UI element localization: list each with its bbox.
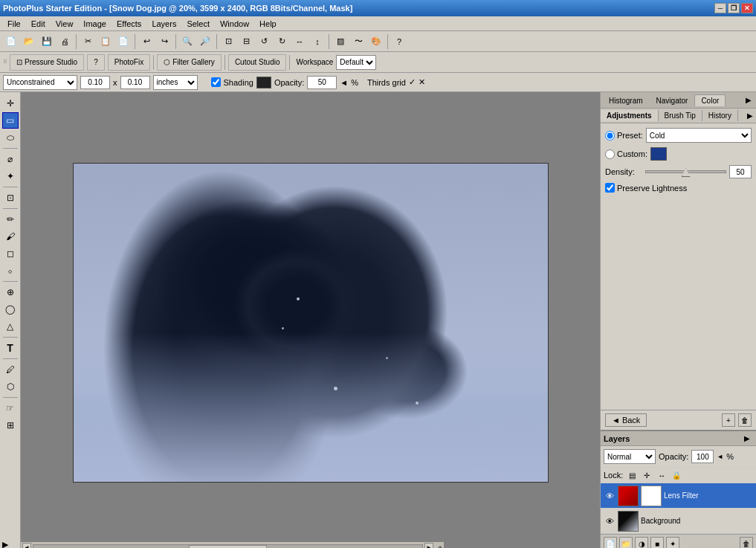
menu-view[interactable]: View <box>51 18 78 30</box>
add-mask-btn[interactable]: ◑ <box>635 537 648 548</box>
menu-image[interactable]: Image <box>79 18 111 30</box>
add-adjustment-layer-btn[interactable]: ■ <box>650 537 664 548</box>
new-layer-btn[interactable]: 📄 <box>604 537 617 548</box>
levels-btn[interactable]: ▨ <box>332 33 349 50</box>
x-value-input[interactable] <box>80 76 110 89</box>
tab-histogram[interactable]: Histogram <box>602 94 650 106</box>
curves-btn[interactable]: 〜 <box>350 33 366 50</box>
custom-color-swatch[interactable] <box>650 147 667 161</box>
preserve-lightness-label[interactable]: Preserve Lightness <box>605 183 687 193</box>
zoom-in-btn[interactable]: 🔍 <box>179 33 196 50</box>
workspace-select[interactable]: Default <box>336 55 376 70</box>
opacity-input[interactable] <box>307 76 337 89</box>
add-adjustment-btn[interactable]: + <box>722 413 735 427</box>
flip-v-btn[interactable]: ↕ <box>309 33 326 50</box>
tab-color[interactable]: Color <box>694 94 726 106</box>
crop-btn[interactable]: ⊡ <box>2 190 19 206</box>
deselect-btn[interactable]: ⊟ <box>238 33 254 50</box>
delete-layer-btn[interactable]: 🗑 <box>740 537 753 548</box>
flip-h-btn[interactable]: ↔ <box>291 33 308 50</box>
eraser-btn[interactable]: ◻ <box>2 245 19 262</box>
fill-btn[interactable]: ⬦ <box>2 262 19 279</box>
lock-position-btn[interactable]: ✛ <box>641 469 653 481</box>
subtab-history[interactable]: History <box>702 110 738 121</box>
new-file-btn[interactable]: 📄 <box>3 33 19 50</box>
restore-button[interactable]: ❐ <box>728 3 740 13</box>
lock-pixels-btn[interactable]: ▤ <box>626 469 638 481</box>
eyedropper-btn[interactable]: ✏ <box>2 211 19 228</box>
preserve-lightness-checkbox[interactable] <box>605 183 615 193</box>
move-tool-btn[interactable]: ✛ <box>2 95 19 112</box>
tab-navigator[interactable]: Navigator <box>650 94 695 106</box>
preset-select[interactable]: Cold Warm Sepia B&W <box>646 128 752 143</box>
layers-expand-btn[interactable]: ▶ <box>741 434 753 442</box>
scroll-right-btn[interactable]: ► <box>424 543 433 548</box>
layer-background[interactable]: 👁 Background <box>601 509 756 534</box>
pen-btn[interactable]: 🖊 <box>2 361 19 378</box>
layers-opacity-input[interactable] <box>691 450 714 463</box>
density-slider[interactable] <box>645 167 726 176</box>
open-btn[interactable]: 📂 <box>21 33 37 50</box>
text-btn[interactable]: T <box>2 340 19 356</box>
select-all-btn[interactable]: ⊡ <box>220 33 236 50</box>
new-group-btn[interactable]: 📁 <box>619 537 633 548</box>
canvas-area[interactable]: ◄ ► ◆ <box>21 92 600 548</box>
hand-btn[interactable]: ☞ <box>2 400 19 416</box>
layer-lens-filter[interactable]: 👁 Lens Filter <box>601 483 756 509</box>
layer-eye-background[interactable]: 👁 <box>604 515 616 527</box>
blend-mode-select[interactable]: Normal Multiply Screen <box>604 449 656 464</box>
cutout-studio-btn[interactable]: Cutout Studio <box>228 54 287 71</box>
photofix-btn[interactable]: PhotoFix <box>108 54 150 71</box>
shape-btn[interactable]: ⬡ <box>2 378 19 395</box>
layer-eye-lens-filter[interactable]: 👁 <box>604 490 616 502</box>
print-btn[interactable]: 🖨 <box>56 33 73 50</box>
menu-select[interactable]: Select <box>182 18 214 30</box>
cut-btn[interactable]: ✂ <box>80 33 96 50</box>
rotate-right-btn[interactable]: ↻ <box>274 33 290 50</box>
pressure-studio-btn[interactable]: ⊡ Pressure Studio <box>10 54 84 71</box>
color-btn[interactable]: 🎨 <box>368 33 384 50</box>
rotate-left-btn[interactable]: ↺ <box>256 33 272 50</box>
menu-window[interactable]: Window <box>216 18 253 30</box>
photofx-btn[interactable]: ? <box>87 54 105 71</box>
grid-check-icon[interactable]: ✓ <box>409 77 416 87</box>
dodge-btn[interactable]: ◯ <box>2 301 19 317</box>
grid-close-icon[interactable]: ✕ <box>419 77 425 87</box>
collapse-btn[interactable]: ▶ <box>2 540 19 548</box>
close-button[interactable]: ✕ <box>741 3 753 13</box>
paste-btn[interactable]: 📄 <box>115 33 132 50</box>
menu-edit[interactable]: Edit <box>27 18 50 30</box>
opacity-arrow-left[interactable]: ◄ <box>340 78 348 87</box>
document-canvas[interactable] <box>73 163 549 483</box>
undo-btn[interactable]: ↩ <box>138 33 155 50</box>
help-btn[interactable]: ? <box>391 33 407 50</box>
add-effect-btn[interactable]: ✦ <box>666 537 679 548</box>
preset-radio-label[interactable]: Preset: <box>605 131 643 141</box>
save-btn[interactable]: 💾 <box>39 33 55 50</box>
zoom-out-btn[interactable]: 🔎 <box>197 33 213 50</box>
lasso-tool-btn[interactable]: ⌀ <box>2 151 19 167</box>
lock-full-btn[interactable]: 🔒 <box>671 469 682 481</box>
sub-expand-btn[interactable]: ▶ <box>744 112 756 120</box>
magic-wand-btn[interactable]: ✦ <box>2 168 19 184</box>
menu-help[interactable]: Help <box>255 18 281 30</box>
lock-all-btn[interactable]: ↔ <box>656 469 668 481</box>
units-select[interactable]: inches <box>153 75 198 90</box>
subtab-adjustments[interactable]: Adjustments <box>601 110 659 121</box>
menu-file[interactable]: File <box>3 18 25 30</box>
layers-opacity-arrow[interactable]: ◄ <box>717 453 723 460</box>
constraint-select[interactable]: Unconstrained <box>3 75 77 90</box>
panel-expand-btn[interactable]: ▶ <box>743 96 755 104</box>
custom-radio-label[interactable]: Custom: <box>605 149 647 159</box>
brush-btn[interactable]: 🖌 <box>2 228 19 245</box>
marquee-tool-btn[interactable]: ▭ <box>2 112 19 129</box>
menu-effects[interactable]: Effects <box>112 18 146 30</box>
copy-btn[interactable]: 📋 <box>97 33 114 50</box>
filter-gallery-btn[interactable]: ⬡ Filter Gallery <box>157 54 222 71</box>
y-value-input[interactable] <box>120 76 150 89</box>
preset-radio[interactable] <box>605 131 615 141</box>
slider-track[interactable] <box>645 170 726 173</box>
back-button[interactable]: ◄ Back <box>605 413 647 427</box>
menu-layers[interactable]: Layers <box>147 18 181 30</box>
redo-btn[interactable]: ↪ <box>156 33 172 50</box>
